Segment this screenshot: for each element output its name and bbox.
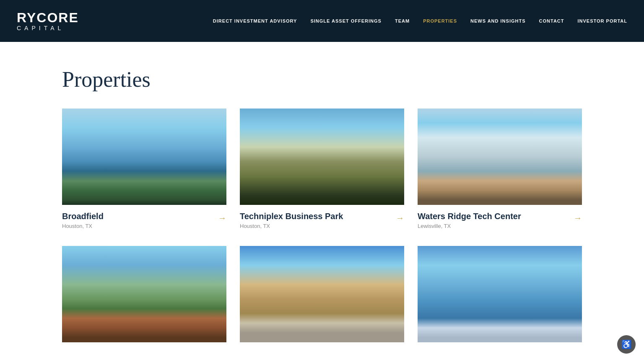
page-title: Properties <box>62 67 582 92</box>
main-nav: DIRECT INVESTMENT ADVISORY SINGLE ASSET … <box>213 18 627 23</box>
nav-news-insights[interactable]: NEWS AND INSIGHTS <box>470 18 526 23</box>
property-arrow-waters-ridge[interactable]: → <box>574 213 582 223</box>
property-card-4[interactable] <box>62 246 226 351</box>
property-card-6[interactable] <box>418 246 582 351</box>
nav-team[interactable]: TEAM <box>395 18 410 23</box>
logo-bottom: CAPITAL <box>17 25 79 31</box>
accessibility-button[interactable]: ♿ <box>617 335 636 354</box>
property-card-techniplex[interactable]: Techniplex Business Park Houston, TX → <box>240 109 404 229</box>
properties-grid: Broadfield Houston, TX → Techniplex Busi… <box>62 109 582 351</box>
property-name-broadfield: Broadfield <box>62 212 104 221</box>
property-image-waters-ridge <box>418 109 582 205</box>
property-arrow-techniplex[interactable]: → <box>396 213 404 223</box>
property-image-techniplex <box>240 109 404 205</box>
property-info-broadfield: Broadfield Houston, TX → <box>62 212 226 229</box>
property-image-broadfield <box>62 109 226 205</box>
property-location-broadfield: Houston, TX <box>62 223 104 229</box>
property-text-broadfield: Broadfield Houston, TX <box>62 212 104 229</box>
property-card-waters-ridge[interactable]: Waters Ridge Tech Center Lewisville, TX … <box>418 109 582 229</box>
nav-direct-investment[interactable]: DIRECT INVESTMENT ADVISORY <box>213 18 297 23</box>
property-text-techniplex: Techniplex Business Park Houston, TX <box>240 212 343 229</box>
property-card-broadfield[interactable]: Broadfield Houston, TX → <box>62 109 226 229</box>
nav-single-asset[interactable]: SINGLE ASSET OFFERINGS <box>310 18 382 23</box>
property-arrow-broadfield[interactable]: → <box>218 213 226 223</box>
property-info-waters-ridge: Waters Ridge Tech Center Lewisville, TX … <box>418 212 582 229</box>
property-info-4 <box>62 349 226 351</box>
property-text-waters-ridge: Waters Ridge Tech Center Lewisville, TX <box>418 212 521 229</box>
site-header: RYCORE CAPITAL DIRECT INVESTMENT ADVISOR… <box>0 0 644 42</box>
property-location-techniplex: Houston, TX <box>240 223 343 229</box>
logo[interactable]: RYCORE CAPITAL <box>17 11 79 31</box>
logo-top: RYCORE <box>17 11 79 24</box>
nav-investor-portal[interactable]: INVESTOR PORTAL <box>578 18 628 23</box>
property-image-6 <box>418 246 582 342</box>
property-image-4 <box>62 246 226 342</box>
property-name-waters-ridge: Waters Ridge Tech Center <box>418 212 521 221</box>
property-location-waters-ridge: Lewisville, TX <box>418 223 521 229</box>
property-info-5 <box>240 349 404 351</box>
property-card-5[interactable] <box>240 246 404 351</box>
property-info-techniplex: Techniplex Business Park Houston, TX → <box>240 212 404 229</box>
property-info-6 <box>418 349 582 351</box>
property-name-techniplex: Techniplex Business Park <box>240 212 343 221</box>
nav-properties[interactable]: PROPERTIES <box>423 18 457 23</box>
property-image-5 <box>240 246 404 342</box>
nav-contact[interactable]: CONTACT <box>539 18 564 23</box>
main-content: Properties Broadfield Houston, TX → T <box>29 42 615 362</box>
